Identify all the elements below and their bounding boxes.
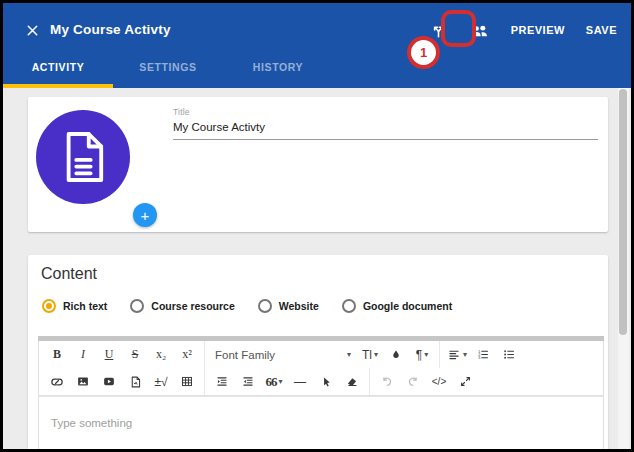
block-group: 66 ▾ — (204, 368, 365, 395)
clear-formatting-button[interactable] (339, 370, 365, 394)
redo-button[interactable] (400, 370, 426, 394)
redo-icon (406, 375, 420, 388)
paragraph-format-button[interactable]: ¶ ▾ (409, 343, 435, 367)
insert-file-icon (129, 375, 142, 389)
select-all-button[interactable] (313, 370, 339, 394)
toolbar-row-2: ±√ (39, 368, 603, 395)
chevron-down-icon: ▾ (278, 378, 282, 386)
insert-file-button[interactable] (122, 370, 148, 394)
editor-toolbar: B I U S x₂ x² Font Family ▾ (38, 341, 604, 396)
activity-avatar[interactable] (36, 110, 130, 204)
tab-history[interactable]: HISTORY (223, 50, 333, 84)
insert-image-icon (76, 375, 90, 388)
annotation-step-badge: 1 (407, 36, 440, 69)
title-input[interactable]: My Course Activty (173, 121, 598, 140)
app-header: My Course Activty (3, 3, 631, 88)
insert-image-button[interactable] (70, 370, 96, 394)
radio-website[interactable]: Website (258, 299, 319, 313)
svg-text:3: 3 (478, 356, 480, 360)
title-field: Title My Course Activty (173, 107, 598, 140)
font-size-button[interactable]: Tl ▾ (357, 343, 383, 367)
page-title: My Course Activty (50, 22, 171, 37)
cursor-icon (320, 375, 333, 389)
text-color-button[interactable] (383, 343, 409, 367)
italic-button[interactable]: I (70, 343, 96, 367)
chevron-down-icon: ▾ (374, 351, 378, 359)
radio-google-document[interactable]: Google document (342, 299, 452, 313)
tab-activity[interactable]: ACTIVITY (3, 50, 113, 84)
toolbar-row-1: B I U S x₂ x² Font Family ▾ (39, 341, 603, 368)
horizontal-line-button[interactable]: — (287, 370, 313, 394)
radio-selected-icon (42, 299, 56, 313)
content-type-radio-group: Rich text Course resource Website Google… (42, 299, 452, 313)
insert-link-button[interactable] (44, 370, 70, 394)
call-split-button[interactable] (429, 20, 449, 40)
close-button[interactable] (21, 19, 43, 41)
plus-icon: + (141, 207, 150, 224)
outdent-button[interactable] (235, 370, 261, 394)
indent-icon (215, 375, 229, 388)
ordered-list-icon: 123 (476, 348, 490, 361)
people-icon (470, 21, 489, 40)
unordered-list-icon (502, 348, 516, 361)
subscript-button[interactable]: x₂ (148, 343, 174, 367)
radio-unselected-icon (258, 299, 272, 313)
code-view-button[interactable]: </> (426, 370, 452, 394)
paragraph-group: ▾ 123 (439, 341, 522, 368)
content-card: Content Rich text Course resource Websit… (28, 255, 608, 452)
strikethrough-button[interactable]: S (122, 343, 148, 367)
close-icon (25, 23, 40, 38)
radio-unselected-icon (342, 299, 356, 313)
tab-settings[interactable]: SETTINGS (113, 50, 223, 84)
droplet-icon (390, 348, 402, 361)
insert-link-icon (50, 375, 64, 389)
call-split-icon (430, 22, 447, 39)
eraser-icon (345, 375, 359, 388)
title-field-label: Title (173, 107, 598, 117)
quote-button[interactable]: 66 ▾ (261, 370, 287, 394)
history-group: </> (369, 368, 478, 395)
fullscreen-button[interactable] (452, 370, 478, 394)
bold-button[interactable]: B (44, 343, 70, 367)
undo-button[interactable] (374, 370, 400, 394)
add-icon-button[interactable]: + (133, 203, 157, 227)
align-button[interactable]: ▾ (444, 343, 470, 367)
insert-video-button[interactable] (96, 370, 122, 394)
editor-content-area[interactable]: Type something (38, 396, 604, 452)
document-icon (60, 130, 106, 184)
font-family-select[interactable]: Font Family ▾ (209, 343, 357, 367)
unordered-list-button[interactable] (496, 343, 522, 367)
main-content: + Title My Course Activty Content Rich t… (3, 88, 631, 449)
radio-course-resource[interactable]: Course resource (130, 299, 234, 313)
insert-table-icon (180, 375, 194, 388)
align-left-icon (447, 348, 461, 361)
text-style-group: B I U S x₂ x² (44, 341, 200, 368)
underline-button[interactable]: U (96, 343, 122, 367)
header-actions: PREVIEW SAVE (429, 20, 617, 40)
radio-rich-text[interactable]: Rich text (42, 299, 107, 313)
app-window: My Course Activty (0, 0, 634, 452)
insert-video-icon (102, 375, 116, 388)
undo-icon (380, 375, 394, 388)
chevron-down-icon: ▾ (463, 351, 467, 359)
font-group: Font Family ▾ Tl ▾ (204, 341, 435, 368)
save-button[interactable]: SAVE (586, 24, 617, 36)
chevron-down-icon: ▾ (424, 351, 428, 359)
ordered-list-button[interactable]: 123 (470, 343, 496, 367)
radio-unselected-icon (130, 299, 144, 313)
math-button[interactable]: ±√ (148, 370, 174, 394)
preview-button[interactable]: PREVIEW (511, 24, 565, 36)
editor-placeholder: Type something (51, 417, 591, 429)
insert-group: ±√ (44, 368, 200, 395)
outdent-icon (241, 375, 255, 388)
indent-button[interactable] (209, 370, 235, 394)
activity-title-card: + Title My Course Activty (28, 97, 608, 232)
scrollbar-track[interactable] (618, 88, 629, 449)
scrollbar-thumb[interactable] (619, 89, 627, 335)
chevron-down-icon: ▾ (347, 351, 351, 359)
people-button[interactable] (470, 20, 490, 40)
superscript-button[interactable]: x² (174, 343, 200, 367)
tab-bar: ACTIVITY SETTINGS HISTORY (3, 50, 631, 88)
content-heading: Content (41, 265, 97, 283)
insert-table-button[interactable] (174, 370, 200, 394)
